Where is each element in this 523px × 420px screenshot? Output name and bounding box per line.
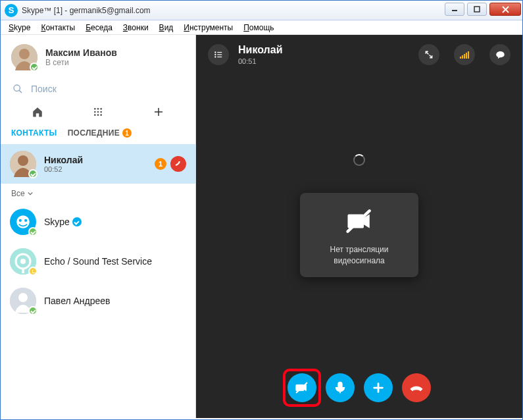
maximize-button[interactable] xyxy=(467,3,487,16)
toggle-camera-button[interactable] xyxy=(287,373,316,402)
svg-point-15 xyxy=(97,114,99,116)
home-button[interactable] xyxy=(27,106,48,118)
presence-away-icon xyxy=(28,267,37,276)
dialpad-button[interactable] xyxy=(87,107,109,117)
echo-avatar xyxy=(10,248,36,275)
expand-icon xyxy=(424,50,434,59)
menu-view[interactable]: Вид xyxy=(155,22,178,34)
hangup-icon xyxy=(409,381,424,395)
contact-name: Павел Андреев xyxy=(44,296,111,306)
svg-point-20 xyxy=(18,155,28,166)
svg-point-10 xyxy=(100,108,102,110)
no-video-line1: Нет трансляции xyxy=(330,245,388,254)
svg-point-5 xyxy=(19,49,30,59)
loading-spinner-icon xyxy=(353,154,365,166)
microphone-icon xyxy=(333,381,347,395)
fullscreen-button[interactable] xyxy=(418,44,439,65)
self-name: Максим Иванов xyxy=(45,47,117,58)
svg-point-13 xyxy=(100,111,102,113)
svg-point-23 xyxy=(24,219,27,222)
call-timer: 00:51 xyxy=(238,57,282,65)
skype-bot-avatar xyxy=(10,209,36,235)
toggle-mic-button[interactable] xyxy=(326,373,355,402)
svg-point-32 xyxy=(214,54,216,55)
minimize-button[interactable] xyxy=(445,3,464,16)
contact-echo[interactable]: Echo / Sound Test Service xyxy=(1,242,195,281)
menu-skype[interactable]: Skype xyxy=(5,22,34,34)
add-participant-button[interactable] xyxy=(364,373,393,402)
svg-point-14 xyxy=(94,114,96,116)
camera-off-icon xyxy=(345,207,373,235)
plus-icon xyxy=(371,381,386,395)
svg-point-26 xyxy=(20,259,26,264)
list-icon xyxy=(214,50,223,59)
no-video-card: Нет трансляциивидеосигнала xyxy=(300,193,418,277)
menu-contacts[interactable]: Контакты xyxy=(37,22,79,34)
svg-point-9 xyxy=(97,108,99,110)
contact-call-timer: 00:52 xyxy=(44,165,83,173)
search-placeholder: Поиск xyxy=(31,84,57,94)
menu-calls[interactable]: Звонки xyxy=(119,22,153,34)
presence-online-icon xyxy=(30,63,39,72)
chat-button[interactable] xyxy=(489,44,511,65)
add-button[interactable] xyxy=(148,106,169,118)
call-menu-button[interactable] xyxy=(208,44,229,65)
svg-point-16 xyxy=(100,114,102,116)
verified-icon xyxy=(72,217,82,226)
svg-point-12 xyxy=(97,111,99,113)
signal-bars-icon xyxy=(460,51,469,59)
menu-tools[interactable]: Инструменты xyxy=(180,22,237,34)
call-panel: Николай 00:51 Нет трансляциивидеосигнала xyxy=(196,35,522,418)
hangup-button[interactable] xyxy=(402,373,431,402)
self-avatar xyxy=(11,44,37,70)
filter-dropdown[interactable]: Все xyxy=(1,184,195,202)
notification-badge: 1 xyxy=(155,158,166,170)
camera-off-icon xyxy=(295,381,309,395)
svg-point-6 xyxy=(14,85,20,91)
presence-online-icon xyxy=(28,169,37,178)
svg-point-34 xyxy=(214,56,216,57)
contact-name: Николай xyxy=(44,155,83,165)
contact-pavel[interactable]: Павел Андреев xyxy=(1,281,195,321)
call-controls xyxy=(287,373,431,402)
contact-active-call[interactable]: Николай 00:52 1 xyxy=(1,144,195,184)
menu-help[interactable]: Помощь xyxy=(239,22,278,34)
mini-hangup-button[interactable] xyxy=(170,156,186,172)
search-icon xyxy=(12,84,23,94)
contact-avatar xyxy=(10,151,36,177)
svg-rect-35 xyxy=(217,57,222,57)
search-input[interactable]: Поиск xyxy=(1,77,195,101)
svg-point-30 xyxy=(214,51,216,53)
menu-conversation[interactable]: Беседа xyxy=(82,22,116,34)
call-peer-name: Николай xyxy=(238,44,282,56)
close-button[interactable] xyxy=(489,3,521,16)
svg-rect-31 xyxy=(217,52,222,53)
recent-badge: 1 xyxy=(122,128,132,138)
svg-line-7 xyxy=(19,90,22,93)
self-profile[interactable]: Максим Иванов В сети xyxy=(1,35,195,77)
svg-point-29 xyxy=(18,293,28,302)
svg-rect-1 xyxy=(474,7,480,12)
svg-point-22 xyxy=(19,219,22,222)
no-video-line2: видеосигнала xyxy=(334,256,384,265)
menubar: Skype Контакты Беседа Звонки Вид Инструм… xyxy=(1,20,522,35)
chevron-down-icon xyxy=(28,191,33,196)
sidebar: Максим Иванов В сети Поиск КОНТАКТЫ ПОСЛ… xyxy=(1,35,196,418)
tab-contacts[interactable]: КОНТАКТЫ xyxy=(11,128,57,138)
svg-rect-27 xyxy=(22,268,24,273)
titlebar: S Skype™ [1] - germanik5@gmail.com xyxy=(1,1,522,20)
filter-label: Все xyxy=(11,189,25,198)
svg-point-11 xyxy=(94,111,96,113)
presence-online-icon xyxy=(28,306,37,315)
contact-name: Skype xyxy=(44,217,70,227)
window-title: Skype™ [1] - germanik5@gmail.com xyxy=(22,6,443,15)
svg-point-8 xyxy=(94,108,96,110)
chat-icon xyxy=(495,50,505,60)
contact-skype[interactable]: Skype xyxy=(1,202,195,242)
self-status: В сети xyxy=(45,58,117,67)
signal-button[interactable] xyxy=(454,44,475,65)
tab-recent[interactable]: ПОСЛЕДНИЕ xyxy=(68,128,120,138)
default-avatar xyxy=(10,288,36,314)
svg-rect-33 xyxy=(217,54,222,55)
presence-online-icon xyxy=(28,227,37,236)
